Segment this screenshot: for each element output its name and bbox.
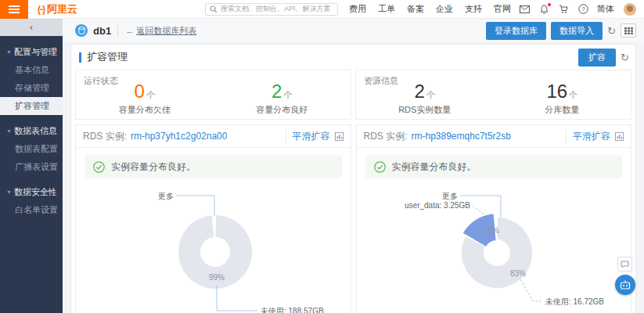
sidebar-group-table-info[interactable]: ▼ 数据表信息 bbox=[0, 122, 63, 140]
panel-title: 运行状态 bbox=[84, 75, 118, 87]
topnav-item-ticket[interactable]: 工单 bbox=[378, 3, 395, 15]
section-accent-bar bbox=[79, 52, 81, 63]
rds-instance-card: RDS 实例: rm-hp37yh1c2g02na00 平滑扩容 实例容量分布良… bbox=[75, 124, 351, 313]
slice-label-more: 更多 bbox=[158, 192, 174, 200]
slice-percent: 83% bbox=[509, 269, 525, 278]
sidebar-collapse-button[interactable]: ‹ bbox=[0, 19, 63, 36]
resource-info-panel: 资源信息 2个 RDS实例数量 16个 分库数量 bbox=[355, 70, 631, 120]
topnav-item-website[interactable]: 官网 bbox=[494, 3, 511, 15]
section-title: 扩容管理 bbox=[87, 50, 128, 64]
instance-id-link[interactable]: rm-hp389emqhc7t5r2sb bbox=[412, 131, 511, 142]
sidebar: ‹ ▼ 配置与管理 基本信息 存储管理 扩容管理 ▼ 数据表信息 数据表配置 广… bbox=[0, 19, 63, 313]
topnav-item-icp[interactable]: 备案 bbox=[407, 3, 424, 15]
callout-line bbox=[217, 286, 257, 311]
alicloud-logo[interactable]: (-) 阿里云 bbox=[38, 2, 77, 16]
capacity-status-alert: 实例容量分布良好。 bbox=[365, 155, 623, 178]
sidebar-group-config[interactable]: ▼ 配置与管理 bbox=[0, 43, 63, 61]
expansion-management-section: 扩容管理 扩容 ↻ 运行状态 0个 容量分布欠佳 2个 bbox=[70, 44, 636, 313]
sidebar-item-expansion-mgmt[interactable]: 扩容管理 bbox=[0, 97, 63, 115]
robot-icon bbox=[620, 280, 631, 290]
caret-down-icon: ▼ bbox=[6, 128, 12, 134]
main-content: 扩容管理 扩容 ↻ 运行状态 0个 容量分布欠佳 2个 bbox=[63, 42, 644, 313]
notification-bell-icon[interactable] bbox=[538, 4, 549, 15]
page-header: db1 ← 返回数据库列表 登录数据库 数据导入 ↻ bbox=[63, 19, 644, 42]
monitor-chart-icon[interactable] bbox=[335, 132, 344, 141]
topbar-icons: ? 简体 bbox=[519, 3, 614, 15]
sidebar-group-data-security[interactable]: ▼ 数据安全性 bbox=[0, 183, 63, 201]
caret-down-icon: ▼ bbox=[6, 189, 12, 195]
search-input[interactable]: 搜索文档、控制台、API、解决方案 bbox=[205, 3, 338, 16]
caret-down-icon: ▼ bbox=[6, 49, 12, 55]
slice-percent: 16% bbox=[483, 226, 498, 235]
slice-percent: 99% bbox=[209, 273, 225, 282]
topbar: (-) 阿里云 搜索文档、控制台、API、解决方案 费用 工单 备案 企业 支持… bbox=[0, 0, 644, 19]
sidebar-item-basic-info[interactable]: 基本信息 bbox=[0, 61, 63, 79]
alicloud-logo-mark: (-) bbox=[38, 4, 45, 15]
sidebar-item-storage-mgmt[interactable]: 存储管理 bbox=[0, 79, 63, 97]
stat-shard-count: 16个 分库数量 bbox=[494, 74, 631, 116]
check-circle-icon bbox=[93, 161, 105, 173]
check-circle-icon bbox=[374, 161, 386, 173]
login-database-button[interactable]: 登录数据库 bbox=[486, 22, 546, 40]
database-icon bbox=[75, 24, 88, 37]
back-arrow-icon: ← bbox=[125, 26, 134, 35]
capacity-donut-chart[interactable]: 更多 user_data: 3.25GB 16% 83% 未使用: 16.72G… bbox=[357, 180, 632, 313]
panel-title: 资源信息 bbox=[364, 75, 398, 87]
search-placeholder: 搜索文档、控制台、API、解决方案 bbox=[221, 4, 331, 14]
instance-cards-row: RDS 实例: rm-hp37yh1c2g02na00 平滑扩容 实例容量分布良… bbox=[71, 120, 635, 313]
language-selector[interactable]: 简体 bbox=[597, 3, 614, 15]
data-import-button[interactable]: 数据导入 bbox=[551, 22, 603, 40]
callout-line bbox=[176, 196, 214, 216]
hamburger-menu-icon[interactable] bbox=[0, 0, 28, 19]
console-screen: (-) 阿里云 搜索文档、控制台、API、解决方案 费用 工单 备案 企业 支持… bbox=[0, 0, 644, 313]
slice-label-unused: 未使用: 16.72GB bbox=[545, 297, 604, 306]
topnav-item-fee[interactable]: 费用 bbox=[349, 3, 366, 15]
svg-text:?: ? bbox=[581, 5, 585, 13]
smooth-expand-link[interactable]: 平滑扩容 bbox=[573, 130, 610, 143]
sidebar-item-broadcast-table[interactable]: 广播表设置 bbox=[0, 158, 63, 176]
back-to-database-list-link[interactable]: ← 返回数据库列表 bbox=[117, 25, 196, 37]
sidebar-item-table-config[interactable]: 数据表配置 bbox=[0, 140, 63, 158]
notification-badge bbox=[548, 3, 551, 6]
user-avatar[interactable] bbox=[624, 3, 636, 16]
apps-grid-icon[interactable] bbox=[621, 23, 636, 38]
monitor-chart-icon[interactable] bbox=[615, 132, 624, 141]
page-title-db-name: db1 bbox=[93, 25, 111, 37]
capacity-status-alert: 实例容量分布良好。 bbox=[85, 155, 342, 178]
capacity-donut-chart[interactable]: 更多 99% 未使用: 188.57GB bbox=[76, 180, 351, 313]
help-question-icon[interactable]: ? bbox=[577, 4, 588, 15]
search-icon bbox=[210, 5, 218, 13]
rds-instance-card: RDS 实例: rm-hp389emqhc7t5r2sb 平滑扩容 实例容量分布… bbox=[356, 124, 632, 313]
topnav-item-support[interactable]: 支持 bbox=[465, 3, 482, 15]
section-refresh-icon[interactable]: ↻ bbox=[621, 52, 629, 63]
chat-bubble-icon bbox=[621, 261, 629, 268]
instance-label: RDS 实例: bbox=[83, 130, 127, 143]
assistant-robot-button[interactable] bbox=[615, 275, 635, 295]
topnav-item-enterprise[interactable]: 企业 bbox=[436, 3, 453, 15]
message-envelope-icon[interactable] bbox=[519, 4, 530, 15]
callout-line bbox=[473, 206, 485, 215]
cart-icon[interactable] bbox=[558, 4, 569, 15]
slice-label-more: 更多 bbox=[442, 192, 458, 200]
instance-id-link[interactable]: rm-hp37yh1c2g02na00 bbox=[131, 131, 227, 142]
stat-capacity-good: 2个 容量分布良好 bbox=[214, 74, 351, 116]
refresh-icon[interactable]: ↻ bbox=[607, 26, 616, 36]
smooth-expand-link[interactable]: 平滑扩容 bbox=[293, 130, 330, 143]
instance-label: RDS 实例: bbox=[364, 130, 408, 143]
alicloud-logo-text: 阿里云 bbox=[47, 2, 77, 16]
slice-label-userdata: user_data: 3.25GB bbox=[405, 201, 470, 210]
slice-label-unused: 未使用: 188.57GB bbox=[260, 307, 324, 313]
running-status-panel: 运行状态 0个 容量分布欠佳 2个 容量分布良好 bbox=[75, 70, 351, 120]
topnav: 费用 工单 备案 企业 支持 官网 bbox=[349, 3, 511, 15]
feedback-chat-button[interactable] bbox=[617, 257, 632, 272]
sidebar-item-whitelist[interactable]: 白名单设置 bbox=[0, 201, 63, 219]
callout-line bbox=[520, 279, 542, 301]
expand-button[interactable]: 扩容 bbox=[578, 49, 616, 67]
stats-row: 运行状态 0个 容量分布欠佳 2个 容量分布良好 资源信息 bbox=[71, 70, 635, 120]
